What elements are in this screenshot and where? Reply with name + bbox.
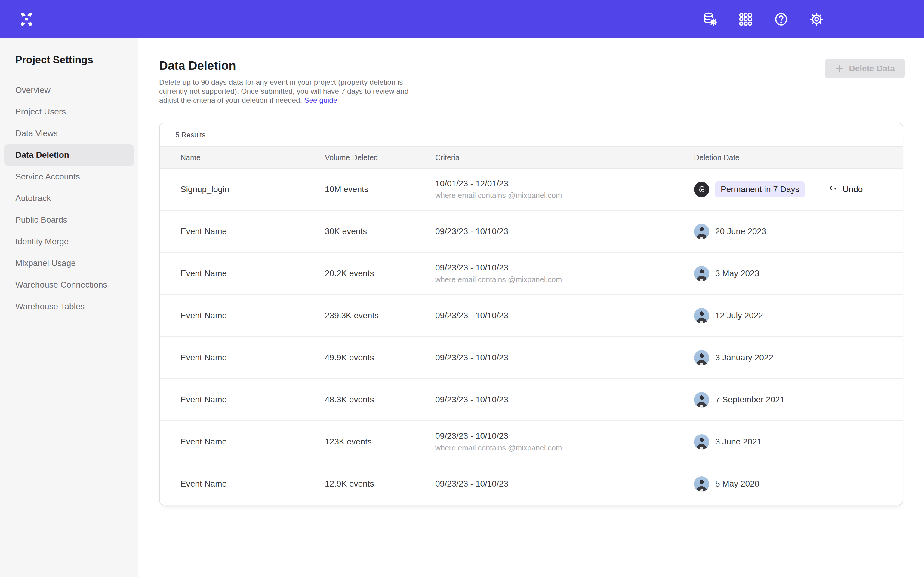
top-navbar <box>0 0 924 38</box>
row-volume: 12.9K events <box>325 479 435 488</box>
results-count: 5 Results <box>160 123 903 147</box>
row-name: Event Name <box>160 395 325 405</box>
row-criteria: 09/23/23 - 10/10/23 <box>435 395 694 405</box>
row-criteria: 10/01/23 - 12/01/23 <box>435 179 694 189</box>
avatar <box>694 182 709 197</box>
avatar <box>694 350 709 366</box>
table-row: Event Name 48.3K events 09/23/23 - 10/10… <box>160 379 903 421</box>
row-name: Event Name <box>160 311 325 320</box>
sidebar-item-mixpanel-usage[interactable]: Mixpanel Usage <box>4 253 134 274</box>
apps-grid-icon[interactable] <box>737 10 754 28</box>
sidebar-item-warehouse-tables[interactable]: Warehouse Tables <box>4 296 134 318</box>
undo-label: Undo <box>843 185 863 194</box>
help-icon[interactable] <box>772 10 790 28</box>
row-criteria: 09/23/23 - 10/10/23 <box>435 431 694 441</box>
table-row: Event Name 123K events 09/23/23 - 10/10/… <box>160 421 903 463</box>
deletion-date: 3 June 2021 <box>715 437 762 446</box>
sidebar-item-autotrack[interactable]: Autotrack <box>4 187 134 209</box>
sidebar-item-identity-merge[interactable]: Identity Merge <box>4 231 134 253</box>
delete-data-button-label: Delete Data <box>849 64 895 73</box>
status-badge: Permanent in 7 Days <box>715 181 804 197</box>
col-header-criteria: Criteria <box>435 153 694 162</box>
sidebar-item-service-accounts[interactable]: Service Accounts <box>4 166 134 187</box>
deletion-date: 3 January 2022 <box>715 353 773 363</box>
row-criteria-filter: where email contains @mixpanel.com <box>435 275 694 284</box>
topbar-icon-group <box>701 10 825 28</box>
sidebar-title: Project Settings <box>0 54 138 66</box>
avatar <box>694 266 709 281</box>
row-criteria: 09/23/23 - 10/10/23 <box>435 227 694 236</box>
table-header-row: Name Volume Deleted Criteria Deletion Da… <box>160 147 903 169</box>
row-volume: 48.3K events <box>325 395 435 405</box>
avatar <box>694 392 709 408</box>
row-name: Event Name <box>160 269 325 278</box>
row-volume: 123K events <box>325 437 435 446</box>
row-volume: 30K events <box>325 227 435 236</box>
deletion-date: 3 May 2023 <box>715 269 759 278</box>
table-row: Signup_login 10M events 10/01/23 - 12/01… <box>160 169 903 211</box>
col-header-name: Name <box>160 153 325 162</box>
row-volume: 49.9K events <box>325 353 435 363</box>
row-name: Signup_login <box>160 185 325 194</box>
row-criteria-filter: where email contains @mixpanel.com <box>435 443 694 452</box>
row-criteria: 09/23/23 - 10/10/23 <box>435 479 694 488</box>
avatar-illustration-icon <box>696 184 707 195</box>
deletion-date: 20 June 2023 <box>715 227 766 236</box>
col-header-deletion-date: Deletion Date <box>694 153 903 162</box>
project-settings-sidebar: Project Settings Overview Project Users … <box>0 38 138 577</box>
sidebar-item-data-views[interactable]: Data Views <box>4 122 134 144</box>
table-row: Event Name 20.2K events 09/23/23 - 10/10… <box>160 253 903 295</box>
row-volume: 239.3K events <box>325 311 435 320</box>
deletion-date: 7 September 2021 <box>715 395 784 405</box>
undo-button[interactable]: Undo <box>828 185 863 194</box>
row-criteria: 09/23/23 - 10/10/23 <box>435 353 694 363</box>
deletion-date: 12 July 2022 <box>715 311 763 320</box>
plus-icon <box>835 64 844 73</box>
sidebar-item-data-deletion[interactable]: Data Deletion <box>4 144 134 166</box>
main-content: Data Deletion Delete up to 90 days data … <box>138 38 924 577</box>
settings-gear-icon[interactable] <box>808 10 825 28</box>
row-name: Event Name <box>160 479 325 488</box>
screen: Project Settings Overview Project Users … <box>0 0 924 577</box>
mixpanel-logo-icon[interactable] <box>18 11 35 28</box>
sidebar-item-public-boards[interactable]: Public Boards <box>4 209 134 231</box>
row-name: Event Name <box>160 353 325 363</box>
see-guide-link[interactable]: See guide <box>304 96 337 104</box>
undo-icon <box>828 185 838 194</box>
table-row: Event Name 239.3K events 09/23/23 - 10/1… <box>160 295 903 337</box>
page-title: Data Deletion <box>159 59 924 73</box>
row-name: Event Name <box>160 437 325 446</box>
row-volume: 10M events <box>325 185 435 194</box>
page-description-text: Delete up to 90 days data for any event … <box>159 78 409 104</box>
row-criteria-filter: where email contains @mixpanel.com <box>435 191 694 200</box>
sidebar-item-overview[interactable]: Overview <box>4 79 134 101</box>
delete-data-button[interactable]: Delete Data <box>825 59 905 79</box>
row-criteria: 09/23/23 - 10/10/23 <box>435 263 694 272</box>
col-header-volume: Volume Deleted <box>325 153 435 162</box>
avatar <box>694 308 709 323</box>
table-row: Event Name 12.9K events 09/23/23 - 10/10… <box>160 463 903 504</box>
deletion-date: 5 May 2020 <box>715 479 759 488</box>
row-criteria: 09/23/23 - 10/10/23 <box>435 311 694 320</box>
sidebar-item-warehouse-connections[interactable]: Warehouse Connections <box>4 274 134 296</box>
deletion-table-card: 5 Results Name Volume Deleted Criteria D… <box>159 122 903 505</box>
avatar <box>694 224 709 239</box>
row-volume: 20.2K events <box>325 269 435 278</box>
sidebar-item-project-users[interactable]: Project Users <box>4 101 134 122</box>
avatar <box>694 476 709 492</box>
table-row: Event Name 49.9K events 09/23/23 - 10/10… <box>160 337 903 379</box>
page-description: Delete up to 90 days data for any event … <box>159 78 422 105</box>
table-row: Event Name 30K events 09/23/23 - 10/10/2… <box>160 211 903 253</box>
avatar <box>694 434 709 450</box>
row-name: Event Name <box>160 227 325 236</box>
data-settings-icon[interactable] <box>701 10 719 28</box>
